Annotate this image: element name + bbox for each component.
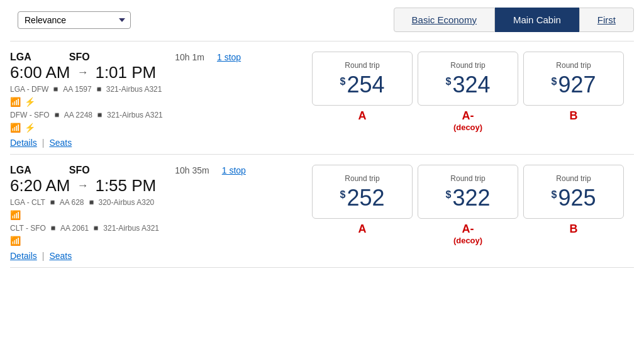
icons-row: 📶 [10,210,299,220]
price-card[interactable]: Round trip $ 927 [523,52,624,106]
tab-basic-economy[interactable]: Basic Economy [394,8,495,32]
flight-airports: LGA SFO 6:20 AM → 1:55 PM [10,165,156,196]
segment-aircraft: 321-Airbus A321 [103,224,159,233]
flight-duration: 10h 1m [175,52,204,62]
arrow-icon: → [74,179,91,192]
grade-row: A A-(decoy) B [312,109,624,132]
wifi-icon: 📶 [10,210,21,220]
icons-row: 📶 [10,236,299,246]
details-link[interactable]: Details [10,251,37,261]
price-card[interactable]: Round trip $ 925 [523,165,624,219]
price-dollar-sign: $ [340,189,346,201]
icons-row: 📶 ⚡ [10,123,299,133]
segment-info: CLT - SFO ◾ AA 2061 ◾ 321-Airbus A321 [10,224,299,233]
flight-row: LGA SFO 6:00 AM → 1:01 PM 10h 1m 1 stop [10,52,634,148]
price-cards: Round trip $ 252 Round trip $ 322 Round … [312,165,624,219]
price-amount: $ 927 [534,74,613,96]
price-amount: $ 925 [534,187,613,209]
arrive-time: 1:55 PM [95,176,156,196]
price-amount: $ 324 [428,74,508,96]
wifi-icon: 📶 [10,97,21,107]
segment-info: LGA - DFW ◾ AA 1597 ◾ 321-Airbus A321 [10,85,299,94]
wifi-icon: 📶 [10,123,21,133]
price-amount: $ 322 [428,187,508,209]
flight-1: LGA SFO 6:00 AM → 1:01 PM 10h 1m 1 stop [10,52,634,155]
wifi-icon: 📶 [10,236,21,246]
price-cards: Round trip $ 254 Round trip $ 324 Round … [312,52,624,106]
seats-link[interactable]: Seats [49,251,72,261]
action-sep: | [42,138,45,148]
price-card[interactable]: Round trip $ 322 [418,165,518,219]
price-dollar-sign: $ [552,76,557,87]
price-number: 252 [347,187,384,209]
grade-badge: A-(decoy) [418,223,518,245]
plug-icon: ⚡ [25,97,35,107]
segment-route: LGA - CLT [10,198,45,207]
price-section: Round trip $ 254 Round trip $ 324 Round … [312,52,624,132]
price-card[interactable]: Round trip $ 254 [312,52,413,106]
origin-code: LGA [10,165,31,176]
segment-info: DFW - SFO ◾ AA 2248 ◾ 321-Airbus A321 [10,111,299,119]
grade-row: A A-(decoy) B [312,223,624,245]
price-number: 925 [558,187,596,209]
flight-divider [10,154,634,155]
price-label: Round trip [323,174,402,183]
arrive-time: 1:01 PM [95,63,156,82]
flight-2: LGA SFO 6:20 AM → 1:55 PM 10h 35m 1 stop [10,165,634,268]
flights-container: LGA SFO 6:00 AM → 1:01 PM 10h 1m 1 stop [10,52,634,268]
price-label: Round trip [428,174,508,183]
price-label: Round trip [534,61,613,70]
segment-airline: AA 1597 [63,85,91,94]
price-label: Round trip [534,174,613,183]
sort-bar: RelevancePriceDurationDepartureArrival B… [10,8,634,32]
segment-route: LGA - DFW [10,85,48,94]
grade-badge: A [312,223,413,245]
segment-route: DFW - SFO [10,111,50,119]
tab-main-cabin[interactable]: Main Cabin [495,8,579,32]
plug-icon: ⚡ [25,123,35,133]
price-amount: $ 252 [323,187,402,209]
segment-info: LGA - CLT ◾ AA 628 ◾ 320-Airbus A320 [10,198,299,207]
flight-airports: LGA SFO 6:00 AM → 1:01 PM [10,52,156,82]
price-card[interactable]: Round trip $ 252 [312,165,413,219]
price-label: Round trip [323,61,402,70]
grade-badge: A-(decoy) [418,109,518,132]
dest-code: SFO [69,165,90,176]
segment-aircraft: 321-Airbus A321 [106,85,162,94]
icons-row: 📶 ⚡ [10,97,299,107]
flight-info: LGA SFO 6:00 AM → 1:01 PM 10h 1m 1 stop [10,52,312,148]
flight-header: LGA SFO 6:20 AM → 1:55 PM 10h 35m 1 stop [10,165,299,196]
price-dollar-sign: $ [552,189,557,201]
header-divider [10,41,634,41]
segment-aircraft: 320-Airbus A320 [99,198,155,207]
price-dollar-sign: $ [446,189,452,201]
flight-row: LGA SFO 6:20 AM → 1:55 PM 10h 35m 1 stop [10,165,634,261]
origin-code: LGA [10,52,31,63]
grade-sub: (decoy) [418,123,518,132]
grade-badge: A [312,109,413,132]
action-links: Details | Seats [10,251,299,261]
price-section: Round trip $ 252 Round trip $ 322 Round … [312,165,624,245]
price-dollar-sign: $ [446,76,452,87]
seats-link[interactable]: Seats [49,138,72,148]
segment-route: CLT - SFO [10,224,46,233]
arrow-icon: → [74,66,91,79]
grade-badge: B [523,223,624,245]
depart-time: 6:00 AM [10,63,70,82]
details-link[interactable]: Details [10,138,37,148]
segment-aircraft: 321-Airbus A321 [107,111,163,119]
segment-airline: AA 2061 [60,224,89,233]
tab-first[interactable]: First [579,8,634,32]
price-number: 254 [347,74,384,96]
flight-duration: 10h 35m [175,165,209,175]
sort-select[interactable]: RelevancePriceDurationDepartureArrival [18,11,131,29]
flight-divider [10,267,634,268]
dest-code: SFO [69,52,90,63]
stops-link[interactable]: 1 stop [222,165,246,175]
price-card[interactable]: Round trip $ 324 [418,52,518,106]
price-number: 927 [558,74,596,96]
price-amount: $ 254 [323,74,402,96]
stops-link[interactable]: 1 stop [217,52,241,62]
price-dollar-sign: $ [340,76,346,87]
flight-info: LGA SFO 6:20 AM → 1:55 PM 10h 35m 1 stop [10,165,312,261]
